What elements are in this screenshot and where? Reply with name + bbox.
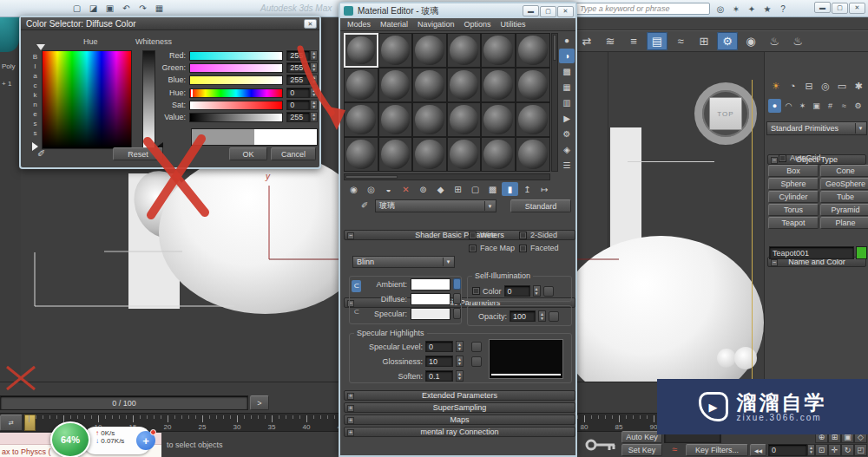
rollout-supersampling[interactable]: +SuperSampling [344,402,575,413]
category-lights[interactable]: ✶ [796,99,809,113]
sample-slot[interactable] [447,33,482,68]
soften-field[interactable]: 0.1 [425,370,453,382]
hue-marker-icon[interactable] [36,44,45,50]
render-production-icon[interactable]: ♨ [787,32,808,50]
tab-utilities[interactable]: ✱ [851,78,866,94]
key-filters-button[interactable]: Key Filters... [686,444,748,456]
sample-slot[interactable] [412,68,447,102]
progress-percent-badge[interactable]: 64% [50,421,90,457]
autogrid-checkbox[interactable] [779,154,786,162]
sample-slot[interactable] [481,137,516,172]
material-editor-icon[interactable]: ◉ [740,32,761,50]
channel-spinner[interactable]: ▲▼ [310,88,318,98]
channel-value-field[interactable]: 0 [286,100,310,110]
channel-value-field[interactable]: 255 [286,62,310,73]
pan-icon[interactable]: ✛ [828,444,841,456]
put-to-library-icon[interactable]: ⊞ [450,182,466,196]
put-material-to-scene-icon[interactable]: ◎ [363,182,379,196]
communication-center-icon[interactable]: ✦ [745,3,759,15]
category-systems[interactable]: ⚙ [852,99,865,113]
primitive-button-torus[interactable]: Torus [768,204,819,216]
sample-slot[interactable] [516,33,550,68]
sample-slot[interactable] [344,102,378,137]
set-keys-icon[interactable] [583,433,620,457]
frame-spinner[interactable]: ▲▼ [807,444,815,456]
layer-manager-icon[interactable]: ≡ [623,32,644,50]
select-by-material-icon[interactable]: ◈ [559,142,575,157]
project-folder-icon[interactable]: ▦ [152,2,167,15]
sample-slot[interactable] [412,33,447,68]
favorites-icon[interactable]: ★ [760,3,774,15]
mirror-icon[interactable]: ⇄ [576,32,597,50]
current-frame-field[interactable]: 0 [768,444,807,456]
specular-level-map-button[interactable] [471,342,482,352]
tab-motion[interactable]: ◎ [818,78,833,94]
glossiness-spinner[interactable]: ▲▼ [456,356,464,367]
maximize-icon[interactable]: ▢ [832,3,848,14]
channel-gradient-hue[interactable] [189,88,283,98]
open-file-icon[interactable]: ◪ [86,2,101,15]
channel-value-field[interactable]: 0 [286,88,310,98]
curve-editor-icon[interactable]: ≈ [670,32,691,50]
redo-icon[interactable]: ↷ [135,2,150,15]
category-cameras[interactable]: ▣ [810,99,823,113]
align-icon[interactable]: ≋ [600,32,621,50]
channel-spinner[interactable]: ▲▼ [310,100,318,110]
faceted-checkbox[interactable] [519,245,527,252]
close-icon[interactable]: ✕ [849,3,865,14]
help-icon[interactable]: ? [776,3,790,15]
lock-ambient-diffuse-icon[interactable]: ⊂ [352,280,361,292]
minimize-icon[interactable]: ▬ [814,2,831,13]
subscription-center-icon[interactable]: ✶ [729,3,743,15]
default-in-out-tangents-icon[interactable]: ≈ [665,444,684,456]
face-map-checkbox[interactable] [469,245,477,252]
sample-slot[interactable] [481,33,516,68]
reset-button[interactable]: Reset [113,147,163,160]
channel-gradient-sat[interactable] [189,101,283,110]
graphite-modeling-toolbar-icon[interactable]: ▤ [647,32,667,50]
glossiness-map-button[interactable] [471,356,482,367]
channel-value-field[interactable]: 255 [286,50,310,61]
hue-blackness-gradient[interactable] [42,50,132,149]
opacity-spinner[interactable]: ▲▼ [538,310,546,322]
sample-slot[interactable] [344,68,378,102]
channel-value-field[interactable]: 255 [286,75,310,85]
tab-modify[interactable]: ◔ [785,78,800,94]
infocenter-search-input[interactable]: Type a keyword or phrase [575,3,710,15]
specular-level-field[interactable]: 0 [425,341,453,352]
primitive-button-box[interactable]: Box [768,165,819,177]
primitive-button-tube[interactable]: Tube [820,191,868,203]
pick-material-eyedropper-icon[interactable]: ✐ [361,200,373,210]
new-scene-icon[interactable]: ▢ [69,2,84,15]
video-color-check-icon[interactable]: ▥ [559,95,575,110]
primitive-button-plane[interactable]: Plane [820,217,868,229]
channel-spinner[interactable]: ▲▼ [310,75,318,85]
menu-material[interactable]: Material [380,20,408,29]
sample-slot[interactable] [378,137,413,172]
color-eyedropper-icon[interactable]: ✐ [37,148,51,161]
self-illum-spinner[interactable]: ▲▼ [533,285,541,297]
add-download-button[interactable]: + [136,431,155,450]
sample-slot[interactable] [516,137,550,172]
show-end-result-icon[interactable]: ▮ [502,182,518,196]
sample-slot[interactable] [447,68,482,102]
menu-utilities[interactable]: Utilities [501,20,526,29]
assign-material-to-selection-icon[interactable]: ◒ [380,182,397,196]
tab-display[interactable]: ▭ [834,78,850,94]
material-id-channel-icon[interactable]: ▢ [467,182,483,196]
schematic-view-icon[interactable]: ⊞ [694,32,714,50]
diffuse-map-button[interactable] [453,293,461,304]
sample-slot[interactable] [378,68,413,102]
make-preview-icon[interactable]: ▶ [559,111,575,126]
tab-hierarchy[interactable]: ⊟ [801,78,817,94]
cancel-button[interactable]: Cancel [271,147,316,160]
undo-icon[interactable]: ↶ [119,2,134,15]
specular-level-spinner[interactable]: ▲▼ [456,341,464,352]
ok-button[interactable]: OK [229,147,267,160]
shader-type-dropdown[interactable]: Blinn▼ [352,256,455,268]
vertical-scrollbar[interactable] [551,33,558,172]
category-geometry[interactable]: ● [768,99,781,113]
color-selector-titlebar[interactable]: Color Selector: Diffuse Color [21,17,319,30]
go-forward-to-sibling-icon[interactable]: ↦ [536,182,553,196]
two-sided-checkbox[interactable] [519,232,527,239]
